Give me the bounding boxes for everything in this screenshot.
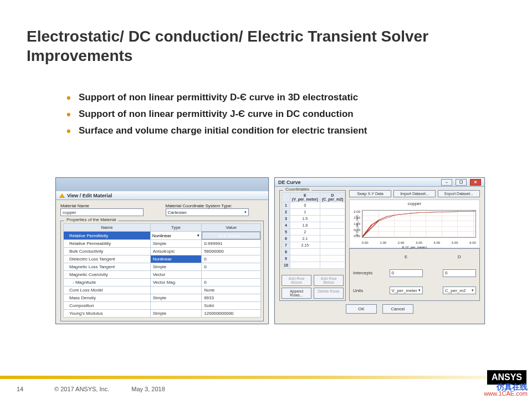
window-title: DE Curve bbox=[278, 180, 301, 185]
page-title: Electrostatic/ DC conduction/ Electric T… bbox=[27, 27, 505, 65]
dialog-footer: OK Cancel bbox=[279, 301, 480, 318]
units-d-select[interactable]: C_per_m2 bbox=[443, 287, 476, 294]
titlebar-decurve: DE Curve – ☐ ✕ bbox=[275, 178, 484, 187]
properties-group: Properties of the Material Name Type Val… bbox=[60, 221, 264, 321]
table-row: - MagnitudeVector Mag0 bbox=[64, 279, 261, 287]
table-row: CompositionSolid bbox=[64, 302, 261, 310]
watermark: 仿真在线 www.1CAE.com bbox=[484, 383, 528, 397]
import-dataset-button[interactable]: Import Dataset... bbox=[393, 190, 436, 197]
col-value: Value bbox=[202, 224, 261, 232]
properties-table: Name Type Value Relative Permittivity No… bbox=[63, 223, 261, 318]
table-row: Bulk Conductivity Anisotropic 58000000 bbox=[64, 248, 261, 255]
date: May 3, 2018 bbox=[131, 386, 165, 392]
table-row: Magnetic Loss TangentSimple0 bbox=[64, 263, 261, 271]
de-curve-button[interactable]: D-E Curve... bbox=[202, 232, 260, 239]
window-title: View / Edit Material bbox=[67, 193, 112, 198]
minimize-button[interactable]: – bbox=[441, 179, 452, 186]
coord-type-select[interactable]: Cartesian bbox=[166, 208, 249, 216]
slide: Electrostatic/ DC conduction/ Electric T… bbox=[0, 0, 532, 399]
x-axis-ticks: 0.001.002.003.004.005.006.00 bbox=[362, 241, 476, 244]
dialog-body: Material Name copper Material Coordinate… bbox=[56, 200, 268, 324]
maximize-button[interactable]: ☐ bbox=[456, 179, 467, 186]
add-row-below-button[interactable]: Add Row Below bbox=[314, 275, 344, 286]
bullet-item: Surface and volume charge initial condit… bbox=[66, 125, 488, 136]
table-row: Mass DensitySimple8933 bbox=[64, 294, 261, 302]
app-icon bbox=[59, 193, 65, 198]
swap-xy-button[interactable]: Swap X-Y Data bbox=[349, 190, 391, 197]
titlebar-material: View / Edit Material bbox=[56, 191, 268, 200]
ok-button[interactable]: OK bbox=[346, 304, 377, 314]
coordinates-table[interactable]: E (V_per_meter)D (C_per_m2) 10 21 31.5 4… bbox=[282, 192, 345, 269]
properties-legend: Properties of the Material bbox=[64, 217, 118, 222]
table-row: Core Loss ModelNone bbox=[64, 287, 261, 294]
page-number: 14 bbox=[17, 386, 32, 392]
curve-line bbox=[362, 211, 475, 237]
bullet-item: Support of non linear permittivity D-Є c… bbox=[66, 92, 488, 103]
screenshots-row: View / Edit Material Material Name coppe… bbox=[55, 177, 485, 324]
bullet-list: Support of non linear permittivity D-Є c… bbox=[44, 92, 488, 142]
chart-plot-area bbox=[362, 210, 476, 238]
blurred-bg bbox=[56, 178, 268, 191]
col-type: Type bbox=[150, 224, 202, 232]
add-row-above-button[interactable]: Add Row Above bbox=[282, 275, 311, 286]
window-de-curve: DE Curve – ☐ ✕ Coordinates E (V_per_mete… bbox=[274, 177, 485, 324]
slide-footer: 14 © 2017 ANSYS, Inc. May 3, 2018 ANSYS … bbox=[0, 372, 532, 399]
table-row: Magnetic CoercivityVector bbox=[64, 271, 261, 279]
intercept-d-input[interactable]: 0 bbox=[443, 269, 476, 277]
coord-type-label: Material Coordinate System Type: bbox=[166, 203, 264, 208]
table-row[interactable]: Relative Permittivity Nonlinear D-E Curv… bbox=[64, 232, 261, 240]
copyright: © 2017 ANSYS, Inc. bbox=[54, 386, 109, 392]
dialog-body: Coordinates E (V_per_meter)D (C_per_m2) … bbox=[275, 187, 484, 320]
cancel-button[interactable]: Cancel bbox=[382, 304, 413, 314]
window-view-edit-material: View / Edit Material Material Name coppe… bbox=[55, 177, 269, 324]
intercepts-panel: ED Intercepts 0 0 Units V_per_meter C_pe… bbox=[349, 248, 480, 301]
y-axis-ticks: 2.001.501.000.500.00 bbox=[350, 210, 360, 238]
append-rows-button[interactable]: Append Rows... bbox=[282, 288, 311, 299]
table-row: Relative Permeability Simple 0.999991 bbox=[64, 240, 261, 248]
bullet-item: Support of non linear permittivity J-Є c… bbox=[66, 109, 488, 120]
perm-type-select[interactable]: Nonlinear bbox=[151, 232, 202, 239]
coordinates-panel: Coordinates E (V_per_meter)D (C_per_m2) … bbox=[279, 190, 346, 301]
material-name-label: Material Name bbox=[60, 203, 159, 208]
close-button[interactable]: ✕ bbox=[470, 179, 481, 186]
intercept-e-input[interactable]: 0 bbox=[390, 269, 423, 277]
delete-rows-button[interactable]: Delete Rows bbox=[314, 288, 344, 299]
col-name: Name bbox=[64, 224, 151, 232]
footer-meta: 14 © 2017 ANSYS, Inc. May 3, 2018 bbox=[0, 379, 165, 399]
table-row: Young's ModulusSimple120000000000 bbox=[64, 310, 261, 318]
de-chart: copper D (C_per_m2) 2.001.501.000.500.00 bbox=[349, 200, 480, 248]
material-name-input[interactable]: copper bbox=[60, 208, 144, 216]
export-dataset-button[interactable]: Export Dataset... bbox=[438, 190, 480, 197]
units-e-select[interactable]: V_per_meter bbox=[390, 287, 423, 294]
table-row: Dielectric Loss Tangent Nonlinear 0 bbox=[64, 255, 261, 263]
